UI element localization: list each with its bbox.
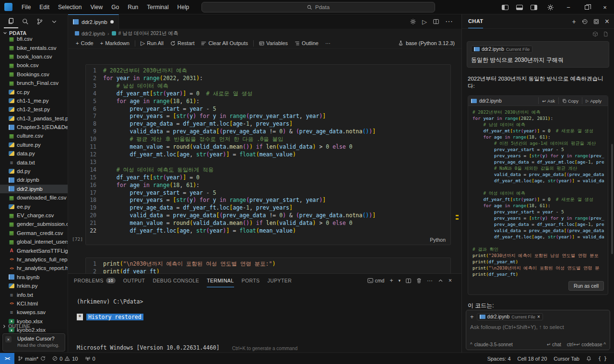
- menu-item[interactable]: View: [86, 0, 107, 14]
- settings-gear-icon[interactable]: [541, 0, 559, 14]
- input-context-chip[interactable]: ddr2.ipynb Current File ×: [477, 313, 543, 320]
- outline-section[interactable]: OUTLINE: [0, 322, 68, 330]
- file-item[interactable]: ddr2.ipynb: [0, 185, 68, 193]
- panel-tab[interactable]: PORTS: [242, 274, 260, 287]
- model-selector[interactable]: ^ claude-3.5-sonnet: [470, 342, 513, 347]
- code-cell-1[interactable]: 1# 2022년부터 2030년까지 예측2for year in range(…: [85, 64, 451, 245]
- context-chip[interactable]: ddr2.ipynb Current File: [471, 46, 532, 53]
- source-control-icon[interactable]: [33, 15, 47, 28]
- file-item[interactable]: info.txt: [0, 290, 68, 299]
- breadcrumb-section[interactable]: # 남성 데이터 2021년 예측: [118, 30, 178, 37]
- panel-tab[interactable]: JUPYTER: [268, 274, 292, 287]
- history-icon[interactable]: [582, 19, 588, 24]
- tab-ddr2-ipynb[interactable]: ddr2.ipynb: [68, 14, 119, 29]
- more-actions-icon[interactable]: ···: [445, 17, 453, 26]
- file-item[interactable]: gender_submission.csv: [0, 220, 68, 228]
- cell-position-indicator[interactable]: Cell 18 of 20: [514, 353, 551, 364]
- document-icon[interactable]: [603, 31, 608, 37]
- variables-button[interactable]: Variables: [256, 40, 291, 46]
- chat-scrollbar[interactable]: [611, 144, 613, 254]
- panel-tab[interactable]: DEBUG CONSOLE: [153, 274, 199, 287]
- close-chat-icon[interactable]: ×: [605, 17, 609, 26]
- add-markdown-button[interactable]: +Markdown: [97, 40, 133, 46]
- file-item[interactable]: cc.py: [0, 87, 68, 96]
- menu-item[interactable]: Edit: [35, 0, 54, 14]
- clear-outputs-button[interactable]: Clear All Outputs: [198, 40, 251, 46]
- cursor-tab-indicator[interactable]: Cursor Tab: [550, 353, 583, 364]
- run-all-button[interactable]: ▷Run All: [137, 40, 167, 47]
- file-item[interactable]: KCI.html: [0, 299, 68, 308]
- file-item[interactable]: Bookings.csv: [0, 70, 68, 79]
- notebook-gear-icon[interactable]: [410, 19, 416, 24]
- command-center-search[interactable]: Pdata: [201, 2, 435, 12]
- toolbar-more-icon[interactable]: ···: [322, 40, 334, 46]
- explorer-icon[interactable]: [4, 15, 18, 28]
- code-cell-2[interactable]: 1print("\n2030년까지 예측이 포함된 여성 연도별 연령 분포:"…: [85, 258, 451, 273]
- file-item[interactable]: book.csv: [0, 61, 68, 70]
- add-code-button[interactable]: +Code: [72, 40, 97, 46]
- ask-button[interactable]: ↩Ask: [538, 97, 558, 104]
- notification-title[interactable]: Update Cursor?: [17, 336, 62, 341]
- terminal-dropdown-icon[interactable]: ▾: [398, 278, 401, 283]
- panel-tab[interactable]: OUTPUT: [123, 274, 145, 287]
- file-item[interactable]: book_loan.csv: [0, 52, 68, 61]
- modified-dot[interactable]: [110, 20, 114, 23]
- file-item[interactable]: GmarketSansTTFLight...: [0, 246, 68, 255]
- submit-codebase-hint[interactable]: ctrl+↵ codebase ^: [567, 342, 606, 347]
- split-editor-icon[interactable]: [433, 19, 439, 24]
- restart-button[interactable]: Restart: [167, 40, 198, 46]
- user-message[interactable]: ddr2.ipynb Current File 동일한 방식으로 2030년까지…: [467, 41, 609, 68]
- panel-tab[interactable]: PROBLEMS 10: [74, 274, 116, 287]
- kill-terminal-icon[interactable]: [416, 278, 422, 283]
- toggle-sidebar-icon[interactable]: [502, 5, 508, 10]
- ports-indicator[interactable]: 0: [82, 353, 99, 364]
- maximize-panel-icon[interactable]: [438, 278, 443, 283]
- copy-button[interactable]: Copy: [558, 97, 582, 104]
- toggle-panel-icon[interactable]: [516, 5, 523, 10]
- file-item[interactable]: ch1-3_pandas_test.py: [0, 114, 68, 123]
- file-item[interactable]: hrkim.py: [0, 282, 68, 290]
- new-terminal-icon[interactable]: +: [390, 277, 393, 284]
- menu-item[interactable]: Selection: [54, 0, 86, 14]
- file-item[interactable]: koweps.sav: [0, 308, 68, 317]
- file-item[interactable]: hra.ipynb: [0, 273, 68, 282]
- toggle-secondary-sidebar-icon[interactable]: [531, 5, 537, 10]
- file-item[interactable]: hr_analytics_report.ht...: [0, 264, 68, 272]
- file-item[interactable]: EV_charge.csv: [0, 211, 68, 220]
- file-item[interactable]: ch1-1_me.py: [0, 96, 68, 105]
- close-panel-icon[interactable]: ×: [449, 277, 452, 284]
- menu-item[interactable]: File: [17, 0, 35, 14]
- split-terminal-icon[interactable]: [406, 278, 411, 283]
- close-button[interactable]: ×: [596, 0, 614, 14]
- run-as-cell-button[interactable]: Run as cell: [568, 281, 604, 291]
- menu-item[interactable]: Run: [123, 0, 142, 14]
- file-item[interactable]: bike_rentals.csv: [0, 43, 68, 52]
- search-view-icon[interactable]: [18, 15, 33, 28]
- file-item[interactable]: brunch_Final.csv: [0, 79, 68, 87]
- restore-button[interactable]: [578, 0, 596, 14]
- panel-more-icon[interactable]: ···: [427, 277, 433, 284]
- chat-tab[interactable]: CHAT: [468, 14, 483, 28]
- branch-indicator[interactable]: main*: [14, 353, 49, 364]
- panel-tab[interactable]: TERMINAL: [207, 274, 234, 287]
- submit-chat-hint[interactable]: ↵ chat: [547, 342, 561, 347]
- menu-item[interactable]: Terminal: [142, 0, 173, 14]
- new-chat-icon[interactable]: +: [572, 18, 576, 25]
- context-cube-icon[interactable]: [592, 31, 598, 37]
- menu-item[interactable]: Go: [107, 0, 123, 14]
- remote-indicator[interactable]: ><: [0, 353, 14, 364]
- expand-chat-icon[interactable]: [593, 19, 599, 24]
- run-icon[interactable]: ▷: [422, 18, 427, 25]
- cell-language-label[interactable]: Python: [430, 237, 446, 243]
- file-item[interactable]: hr_analytics_full_repor...: [0, 255, 68, 264]
- apply-button[interactable]: ▷Apply: [582, 97, 605, 104]
- file-item[interactable]: downloaded_file.csv: [0, 193, 68, 202]
- chat-input-box[interactable]: + ddr2.ipynb Current File × Ask followup…: [466, 310, 610, 350]
- braces-icon[interactable]: { }: [595, 353, 610, 364]
- notification-subtitle[interactable]: Read the changelog.: [17, 342, 62, 348]
- file-item[interactable]: culture.py: [0, 141, 68, 149]
- file-item[interactable]: bfi.csv: [0, 35, 68, 43]
- shell-selector[interactable]: cmd: [367, 278, 385, 283]
- file-item[interactable]: Chapter3-1(EDA&Des...: [0, 123, 68, 131]
- outline-button[interactable]: Outline: [291, 40, 322, 46]
